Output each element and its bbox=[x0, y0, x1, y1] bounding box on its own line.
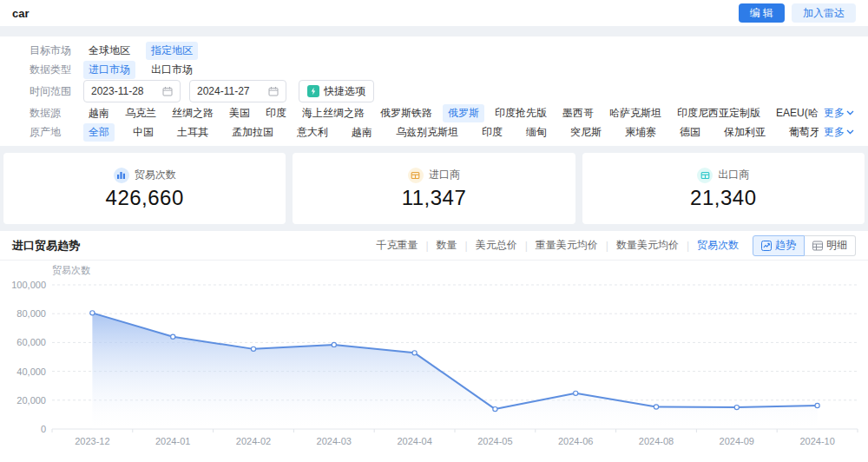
filter-chip[interactable]: 墨西哥 bbox=[557, 104, 599, 122]
filter-chip[interactable]: 意大利 bbox=[292, 123, 333, 142]
stat-card: 贸易次数426,660 bbox=[3, 153, 286, 224]
more-label: 更多 bbox=[824, 106, 845, 121]
data-source-options: 越南乌克兰丝绸之路美国印度海上丝绸之路俄罗斯铁路俄罗斯印度抢先版墨西哥哈萨克斯坦… bbox=[83, 104, 854, 122]
svg-text:2024-03: 2024-03 bbox=[317, 436, 352, 446]
filter-chip[interactable]: 保加利亚 bbox=[719, 123, 771, 142]
filter-chip[interactable]: 孟加拉国 bbox=[227, 123, 279, 142]
target-market-options: 全球地区指定地区 bbox=[83, 42, 854, 60]
time-range-label: 时间范围 bbox=[30, 84, 83, 99]
metric-tabs: 千克重量|数量|美元总价|重量美元均价|数量美元均价|贸易次数 bbox=[376, 238, 739, 253]
filter-chip[interactable]: 缅甸 bbox=[521, 123, 552, 142]
add-radar-button[interactable]: 加入雷达 bbox=[792, 3, 856, 23]
data-type-options: 进口市场出口市场 bbox=[83, 61, 854, 79]
view-button-label: 趋势 bbox=[775, 238, 796, 253]
stat-card: 出口商21,340 bbox=[582, 153, 865, 224]
metric-separator: | bbox=[525, 240, 528, 252]
svg-text:2024-10: 2024-10 bbox=[799, 436, 834, 446]
filter-chip[interactable]: 越南 bbox=[346, 123, 378, 142]
metric-tab[interactable]: 贸易次数 bbox=[697, 238, 739, 253]
data-type-label: 数据类型 bbox=[30, 63, 83, 77]
filter-chip[interactable]: 美国 bbox=[224, 104, 255, 122]
trend-icon bbox=[761, 241, 772, 251]
svg-text:20,000: 20,000 bbox=[16, 395, 46, 406]
filter-chip[interactable]: 乌克兰 bbox=[120, 104, 161, 122]
stat-label: 进口商 bbox=[429, 168, 460, 182]
detail-view-button[interactable]: 明细 bbox=[805, 235, 856, 256]
svg-text:2023-12: 2023-12 bbox=[75, 436, 109, 446]
start-date-value: 2023-11-28 bbox=[91, 85, 144, 97]
filter-chip[interactable]: 指定地区 bbox=[146, 42, 198, 60]
quick-options-label: 快捷选项 bbox=[324, 84, 365, 99]
origin-label: 原产地 bbox=[30, 125, 83, 140]
svg-text:60,000: 60,000 bbox=[16, 337, 46, 347]
filter-chip[interactable]: 柬埔寨 bbox=[620, 123, 661, 142]
metric-tab[interactable]: 千克重量 bbox=[376, 238, 418, 253]
filter-chip[interactable]: 全球地区 bbox=[83, 42, 135, 60]
svg-text:2024-01: 2024-01 bbox=[155, 436, 190, 446]
filter-chip[interactable]: 印度 bbox=[477, 123, 508, 142]
bar-chart-icon bbox=[114, 168, 129, 183]
chart-title: 进口贸易趋势 bbox=[12, 238, 80, 254]
svg-text:80,000: 80,000 bbox=[16, 308, 46, 319]
filter-chip[interactable]: 俄罗斯 bbox=[443, 104, 484, 122]
filter-chip[interactable]: 印度 bbox=[260, 104, 292, 122]
detail-icon bbox=[812, 241, 823, 251]
filter-chip[interactable]: 土耳其 bbox=[172, 123, 214, 142]
filter-row-data-source: 数据源 越南乌克兰丝绸之路美国印度海上丝绸之路俄罗斯铁路俄罗斯印度抢先版墨西哥哈… bbox=[0, 103, 868, 122]
filter-chip[interactable]: 乌兹别克斯坦 bbox=[391, 123, 464, 142]
svg-text:40,000: 40,000 bbox=[16, 366, 46, 377]
metric-tab[interactable]: 数量美元均价 bbox=[616, 238, 679, 253]
filter-chip[interactable]: 海上丝绸之路 bbox=[297, 104, 370, 122]
filter-chip[interactable]: 进口市场 bbox=[83, 61, 135, 79]
end-date-value: 2024-11-27 bbox=[197, 85, 250, 97]
calendar-icon bbox=[268, 86, 279, 96]
filter-chip[interactable]: 突尼斯 bbox=[565, 123, 607, 142]
chevron-down-icon bbox=[846, 129, 854, 135]
stat-label: 贸易次数 bbox=[135, 168, 176, 182]
stat-head: 贸易次数 bbox=[114, 168, 176, 183]
filter-chip[interactable]: 中国 bbox=[128, 123, 159, 142]
spacer bbox=[0, 26, 868, 36]
page-title: car bbox=[12, 7, 30, 20]
data-source-more-link[interactable]: 更多 bbox=[819, 106, 854, 121]
filter-row-time-range: 时间范围 2023-11-28 2024-11-27 快捷选项 bbox=[0, 79, 868, 103]
data-source-label: 数据源 bbox=[30, 106, 83, 121]
target-market-label: 目标市场 bbox=[30, 43, 83, 58]
quick-options-button[interactable]: 快捷选项 bbox=[299, 80, 374, 102]
importer-icon bbox=[408, 168, 424, 183]
filter-chip[interactable]: 俄罗斯铁路 bbox=[375, 104, 437, 122]
svg-text:2024-05: 2024-05 bbox=[477, 436, 512, 446]
metric-tab[interactable]: 重量美元均价 bbox=[536, 238, 598, 253]
filter-chip[interactable]: 印度抢先版 bbox=[490, 104, 552, 122]
stat-head: 进口商 bbox=[408, 168, 460, 183]
filter-chip[interactable]: 出口市场 bbox=[146, 61, 198, 79]
metric-separator: | bbox=[606, 240, 608, 252]
metric-tab[interactable]: 美元总价 bbox=[476, 238, 517, 253]
filter-row-origin: 原产地 全部中国土耳其孟加拉国意大利越南乌兹别克斯坦印度缅甸突尼斯柬埔寨德国保加… bbox=[0, 122, 868, 142]
end-date-input[interactable]: 2024-11-27 bbox=[189, 80, 286, 102]
more-label: 更多 bbox=[824, 125, 845, 140]
edit-button[interactable]: 编 辑 bbox=[739, 3, 785, 23]
start-date-input[interactable]: 2023-11-28 bbox=[83, 80, 181, 102]
trend-view-button[interactable]: 趋势 bbox=[753, 235, 805, 256]
stat-value: 11,347 bbox=[402, 186, 467, 210]
trend-chart: 贸易次数020,00040,00060,00080,000100,0002023… bbox=[0, 261, 868, 462]
filter-chip[interactable]: 丝绸之路 bbox=[167, 104, 219, 122]
svg-text:2024-09: 2024-09 bbox=[720, 436, 754, 446]
view-toggle: 趋势明细 bbox=[753, 235, 856, 256]
svg-text:2024-06: 2024-06 bbox=[558, 436, 593, 446]
filter-chip[interactable]: 德国 bbox=[674, 123, 706, 142]
stat-label: 出口商 bbox=[718, 168, 749, 182]
metric-separator: | bbox=[425, 240, 428, 252]
quick-options-icon bbox=[307, 85, 319, 97]
origin-more-link[interactable]: 更多 bbox=[819, 125, 854, 140]
filter-chip[interactable]: 全部 bbox=[83, 123, 115, 142]
chart-header: 进口贸易趋势 千克重量|数量|美元总价|重量美元均价|数量美元均价|贸易次数 趋… bbox=[0, 231, 868, 261]
metric-tab[interactable]: 数量 bbox=[437, 238, 457, 253]
stat-card: 进口商11,347 bbox=[293, 153, 575, 224]
filter-chip[interactable]: 越南 bbox=[83, 104, 115, 122]
chevron-down-icon bbox=[846, 110, 854, 116]
spacer bbox=[0, 224, 868, 231]
filter-chip[interactable]: 印度尼西亚定制版 bbox=[672, 104, 766, 122]
filter-chip[interactable]: 哈萨克斯坦 bbox=[604, 104, 667, 122]
